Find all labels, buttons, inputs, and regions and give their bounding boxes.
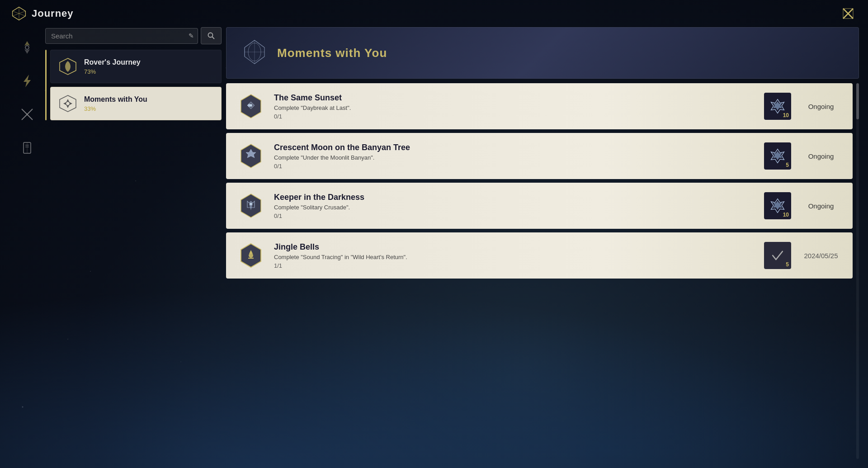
- jingle-bells-info: Jingle Bells Complete "Sound Tracing" in…: [274, 242, 757, 269]
- crescent-moon-progress: 0/1: [274, 163, 757, 170]
- crescent-moon-status: Ongoing: [798, 152, 844, 160]
- svg-point-22: [248, 43, 261, 61]
- banner-diamond-icon: [241, 38, 268, 67]
- sidebar-item-lightning[interactable]: [16, 70, 38, 92]
- quest-item-jingle-bells[interactable]: Jingle Bells Complete "Sound Tracing" in…: [226, 232, 853, 279]
- jingle-bells-reward-count: 5: [786, 261, 789, 268]
- moments-text: Moments with You 33%: [84, 95, 214, 112]
- right-panel-inner: The Same Sunset Complete "Daybreak at La…: [226, 83, 859, 459]
- crescent-moon-reward-count: 5: [786, 162, 789, 168]
- svg-marker-10: [24, 75, 31, 87]
- banner: Moments with You: [226, 27, 859, 79]
- same-sunset-reward-icon: 10: [764, 93, 791, 120]
- jingle-bells-desc: Complete "Sound Tracing" in "Wild Heart'…: [274, 254, 757, 260]
- crescent-moon-info: Crescent Moon on the Banyan Tree Complet…: [274, 143, 757, 170]
- svg-point-26: [250, 104, 252, 107]
- rovers-journey-icon: [58, 57, 78, 76]
- svg-marker-8: [24, 49, 30, 54]
- same-sunset-icon-wrapper: [235, 90, 267, 122]
- left-panel: ✎: [45, 27, 226, 459]
- jingle-bells-progress: 1/1: [274, 262, 757, 269]
- keeper-reward-count: 10: [783, 212, 789, 218]
- moments-icon: [58, 94, 78, 113]
- search-input-wrapper[interactable]: ✎: [45, 28, 198, 44]
- same-sunset-reward: 10 Ongoing: [764, 93, 844, 120]
- jingle-bells-reward-icon: 5: [764, 242, 791, 269]
- same-sunset-desc: Complete "Daybreak at Last".: [274, 104, 757, 111]
- same-sunset-status: Ongoing: [798, 103, 844, 110]
- keeper-reward-icon: 10: [764, 192, 791, 219]
- keeper-icon-wrapper: [235, 190, 267, 222]
- svg-line-19: [212, 37, 215, 39]
- crescent-moon-desc: Complete "Under the Moonlit Banyan".: [274, 154, 757, 161]
- keeper-progress: 0/1: [274, 213, 757, 219]
- app-container: Journey: [0, 0, 868, 468]
- jingle-bells-status: 2024/05/25: [798, 252, 844, 260]
- edit-icon: ✎: [189, 32, 194, 39]
- scrollbar-thumb[interactable]: [856, 83, 859, 119]
- crescent-moon-reward-icon: 5: [764, 142, 791, 170]
- svg-point-38: [249, 253, 253, 258]
- rovers-journey-text: Rover's Journey 73%: [84, 58, 214, 75]
- quest-item-crescent-moon[interactable]: Crescent Moon on the Banyan Tree Complet…: [226, 133, 853, 179]
- quest-item-same-sunset[interactable]: The Same Sunset Complete "Daybreak at La…: [226, 83, 853, 129]
- keeper-desc: Complete "Solitary Crusade".: [274, 204, 757, 211]
- search-button[interactable]: [201, 27, 222, 44]
- scrollbar-track[interactable]: [856, 83, 859, 459]
- rovers-journey-progress: 73%: [84, 68, 214, 75]
- banner-title: Moments with You: [277, 46, 387, 60]
- keeper-status: Ongoing: [798, 202, 844, 210]
- journey-item-rovers[interactable]: Rover's Journey 73%: [50, 50, 222, 83]
- jingle-bells-hex-icon: [237, 242, 264, 269]
- search-bar: ✎: [45, 27, 222, 44]
- nav-sidebar: [9, 27, 45, 459]
- moments-name: Moments with You: [84, 95, 214, 104]
- svg-point-18: [208, 33, 213, 38]
- close-button[interactable]: [839, 5, 857, 23]
- journey-list-wrapper: Rover's Journey 73%: [45, 50, 222, 120]
- same-sunset-reward-count: 10: [783, 112, 789, 118]
- crescent-moon-icon-wrapper: [235, 140, 267, 172]
- journey-item-moments[interactable]: Moments with You 33%: [50, 87, 222, 120]
- rovers-journey-name: Rover's Journey: [84, 58, 214, 66]
- logo-area: Journey: [11, 5, 74, 22]
- quest-content: The Same Sunset Complete "Daybreak at La…: [226, 83, 853, 459]
- svg-rect-13: [26, 113, 28, 115]
- same-sunset-name: The Same Sunset: [274, 93, 757, 103]
- main-content: ✎: [0, 27, 868, 468]
- keeper-name: Keeper in the Darkness: [274, 193, 757, 202]
- accent-line: [45, 50, 47, 120]
- same-sunset-hex-icon: [237, 93, 264, 120]
- same-sunset-info: The Same Sunset Complete "Daybreak at La…: [274, 93, 757, 120]
- jingle-bells-reward: 5 2024/05/25: [764, 242, 844, 269]
- keeper-info: Keeper in the Darkness Complete "Solitar…: [274, 193, 757, 219]
- crescent-moon-reward: 5 Ongoing: [764, 142, 844, 170]
- keeper-reward: 10 Ongoing: [764, 192, 844, 219]
- crescent-moon-hex-icon: [237, 142, 264, 170]
- moments-progress: 33%: [84, 105, 214, 112]
- jingle-bells-name: Jingle Bells: [274, 242, 757, 252]
- crescent-moon-name: Crescent Moon on the Banyan Tree: [274, 143, 757, 152]
- sidebar-item-compass[interactable]: [16, 36, 38, 59]
- right-panel: Moments with You: [226, 27, 859, 459]
- same-sunset-progress: 0/1: [274, 113, 757, 120]
- search-input[interactable]: [46, 28, 198, 43]
- sidebar-item-swords[interactable]: [16, 103, 38, 126]
- jingle-bells-icon-wrapper: [235, 240, 267, 271]
- sidebar-item-book[interactable]: [16, 137, 38, 159]
- header: Journey: [0, 0, 868, 27]
- app-title: Journey: [32, 8, 74, 19]
- keeper-hex-icon: [237, 192, 264, 219]
- svg-marker-21: [60, 95, 76, 112]
- logo-icon: [11, 5, 27, 22]
- quest-item-keeper[interactable]: Keeper in the Darkness Complete "Solitar…: [226, 183, 853, 229]
- journey-items-list: Rover's Journey 73%: [50, 50, 222, 120]
- svg-point-9: [25, 46, 29, 49]
- svg-point-33: [250, 203, 252, 205]
- svg-marker-7: [24, 41, 30, 46]
